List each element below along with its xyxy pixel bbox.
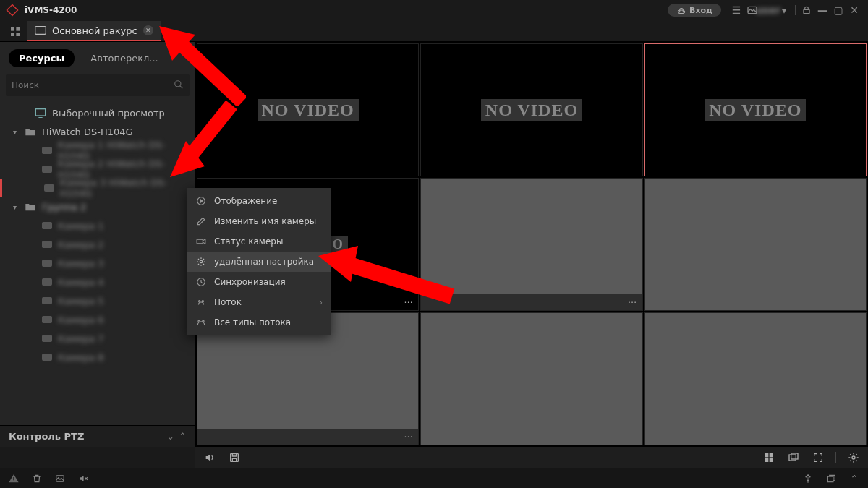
svg-point-12 bbox=[200, 260, 203, 263]
search-box[interactable] bbox=[6, 74, 190, 96]
ctx-rename[interactable]: Изменить имя камеры bbox=[187, 211, 331, 231]
camera-icon bbox=[42, 260, 52, 267]
sidebar-tab-resources[interactable]: Ресурсы bbox=[9, 49, 75, 67]
camera-icon bbox=[42, 166, 52, 173]
folder-icon bbox=[25, 127, 38, 137]
tree-label: Группа 2 bbox=[42, 202, 86, 213]
camera-icon bbox=[42, 222, 52, 229]
svg-rect-5 bbox=[11, 33, 14, 36]
tree-camera[interactable]: Камера 4 bbox=[0, 273, 195, 291]
video-cell-empty[interactable] bbox=[420, 312, 642, 445]
no-video-text: NO VIDEO bbox=[705, 99, 806, 121]
video-cell[interactable]: NO VIDEO bbox=[197, 43, 419, 176]
svg-rect-29 bbox=[827, 476, 833, 482]
ctx-label: Поток bbox=[214, 297, 242, 307]
camera-icon bbox=[42, 241, 52, 248]
sidebar-tab-autoswitch[interactable]: Автоперекл... bbox=[80, 49, 168, 67]
svg-point-25 bbox=[852, 456, 855, 459]
settings-icon[interactable] bbox=[846, 452, 861, 463]
ctx-label: Отображение bbox=[214, 196, 277, 206]
folder-icon bbox=[25, 202, 38, 212]
svg-marker-0 bbox=[7, 5, 18, 16]
cell-menu-icon[interactable]: ⋯ bbox=[628, 297, 637, 307]
maximize-button[interactable]: ▢ bbox=[830, 2, 846, 18]
svg-point-8 bbox=[175, 80, 181, 86]
ptz-panel-header[interactable]: Контроль PTZ ⌄ ⌃ bbox=[0, 425, 195, 447]
svg-rect-19 bbox=[765, 453, 768, 457]
app-logo-icon bbox=[6, 4, 19, 17]
ctx-all-streams[interactable]: Все типы потока bbox=[187, 312, 331, 333]
grid-menu-icon[interactable] bbox=[6, 22, 25, 41]
search-icon[interactable] bbox=[174, 80, 184, 92]
tree-group-hiwatch[interactable]: ▾ HiWatch DS-H104G bbox=[0, 122, 195, 141]
alert-icon[interactable] bbox=[7, 473, 20, 484]
window-icon[interactable] bbox=[786, 452, 801, 463]
tree-camera[interactable]: Камера 5 bbox=[0, 291, 195, 310]
video-cell-selected[interactable]: NO VIDEO bbox=[644, 43, 867, 176]
tree-camera[interactable]: Камера 8 bbox=[0, 348, 195, 367]
tree-camera[interactable]: Камера 1 HiWatch DS-H104G bbox=[0, 141, 195, 160]
tree-label: HiWatch DS-H104G bbox=[42, 127, 133, 137]
tree-camera[interactable]: Камера 3 HiWatch DS-H104G bbox=[0, 179, 195, 197]
cell-menu-icon[interactable]: ⋯ bbox=[404, 297, 412, 307]
svg-rect-21 bbox=[765, 458, 768, 462]
tree-camera[interactable]: Камера 7 bbox=[0, 329, 195, 348]
camera-icon bbox=[42, 354, 52, 361]
context-menu: Отображение Изменить имя камеры Статус к… bbox=[187, 188, 331, 335]
svg-rect-23 bbox=[789, 455, 796, 461]
pin-icon[interactable] bbox=[801, 474, 814, 484]
mute-icon[interactable] bbox=[77, 474, 90, 484]
ctx-label: удалённая настройка bbox=[214, 257, 314, 267]
ctx-label: Изменить имя камеры bbox=[214, 216, 316, 226]
tree-camera[interactable]: Камера 2 bbox=[0, 235, 195, 254]
tab-close-icon[interactable]: ✕ bbox=[143, 25, 153, 35]
ctx-status[interactable]: Статус камеры bbox=[187, 231, 331, 252]
chevron-down-icon: ▾ bbox=[13, 203, 22, 211]
close-button[interactable]: ✕ bbox=[846, 2, 862, 18]
svg-rect-7 bbox=[35, 27, 46, 35]
minimize-button[interactable]: — bbox=[814, 2, 830, 18]
svg-rect-27 bbox=[13, 480, 14, 481]
chevron-down-icon: ▾ bbox=[13, 128, 22, 136]
video-cell-empty[interactable]: ⋯ bbox=[420, 178, 642, 311]
ctx-label: Статус камеры bbox=[214, 236, 283, 247]
trash-icon[interactable] bbox=[30, 474, 43, 484]
list-icon[interactable]: ☰ bbox=[728, 2, 744, 18]
ctx-stream[interactable]: Поток › bbox=[187, 292, 331, 312]
camera-icon bbox=[44, 184, 54, 192]
volume-icon[interactable] bbox=[203, 452, 217, 463]
expand-icon[interactable]: ⌃ bbox=[848, 473, 861, 484]
chevron-down-icon[interactable]: ⌄ bbox=[166, 431, 174, 442]
monitor-icon bbox=[35, 108, 48, 118]
tree-camera[interactable]: Камера 3 bbox=[0, 254, 195, 273]
tree-camera[interactable]: Камера 6 bbox=[0, 310, 195, 329]
edit-icon bbox=[195, 215, 207, 227]
tree-camera[interactable]: Камера 2 HiWatch DS-H104G bbox=[0, 160, 195, 179]
picture-icon[interactable] bbox=[54, 474, 67, 484]
video-cell-empty[interactable] bbox=[644, 312, 867, 445]
restore-icon[interactable] bbox=[825, 474, 838, 484]
tree-group-2[interactable]: ▾ Группа 2 bbox=[0, 197, 195, 216]
ctx-remote-config[interactable]: удалённая настройка bbox=[187, 252, 331, 272]
layout-icon[interactable] bbox=[762, 452, 776, 463]
svg-rect-9 bbox=[35, 109, 45, 116]
camera-icon bbox=[42, 335, 52, 342]
lock-icon[interactable] bbox=[799, 2, 814, 18]
tree-camera[interactable]: Камера 1 bbox=[0, 216, 195, 235]
app-title: iVMS-4200 bbox=[25, 5, 77, 15]
save-icon[interactable] bbox=[227, 452, 242, 463]
ctx-sync[interactable]: Синхронизация bbox=[187, 272, 331, 292]
chevron-up-icon[interactable]: ⌃ bbox=[179, 431, 187, 442]
ctx-label: Синхронизация bbox=[214, 277, 286, 287]
video-cell[interactable]: NO VIDEO bbox=[420, 43, 642, 176]
ctx-display[interactable]: Отображение bbox=[187, 191, 331, 211]
tree-custom-view[interactable]: Выборочный просмотр bbox=[0, 103, 195, 122]
blurred-user-icon[interactable]: user bbox=[760, 2, 776, 18]
login-button[interactable]: Вход bbox=[668, 4, 721, 17]
fullscreen-icon[interactable] bbox=[811, 452, 825, 463]
ptz-label: Контроль PTZ bbox=[9, 431, 84, 442]
video-cell-empty[interactable] bbox=[644, 178, 867, 311]
cell-menu-icon[interactable]: ⋯ bbox=[404, 432, 412, 442]
tab-main-view[interactable]: Основной ракурс ✕ bbox=[27, 21, 161, 41]
search-input[interactable] bbox=[12, 80, 174, 90]
